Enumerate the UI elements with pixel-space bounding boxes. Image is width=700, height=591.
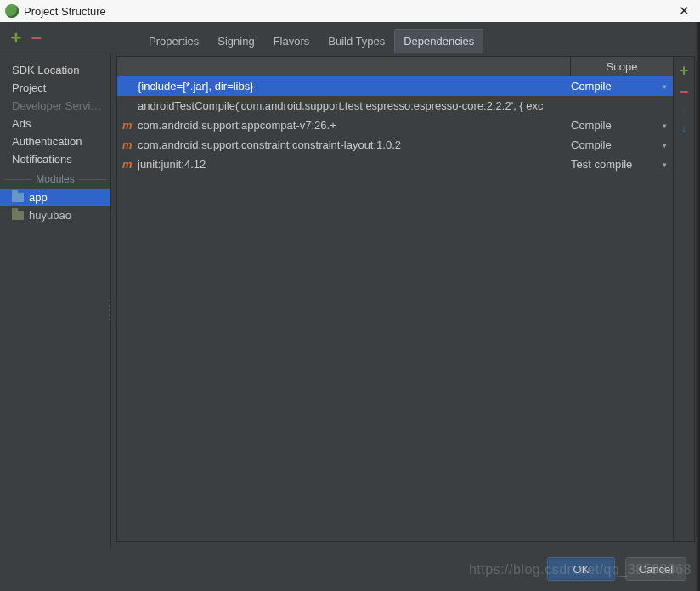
folder-icon [12, 193, 24, 202]
module-huyubao[interactable]: huyubao [0, 206, 110, 224]
sidebar-item-ads[interactable]: Ads [0, 115, 110, 132]
dependencies-panel: Scope {include=[*.jar], dir=libs}Compile… [116, 56, 695, 542]
dependency-row[interactable]: {include=[*.jar], dir=libs}Compile▾ [117, 76, 673, 96]
folder-icon [12, 211, 24, 220]
tab-signing[interactable]: Signing [208, 29, 263, 53]
tab-dependencies[interactable]: Dependencies [394, 29, 483, 53]
list-action-bar: + − ↑ ↓ [673, 57, 694, 541]
module-label: app [29, 191, 48, 204]
sidebar: SDK LocationProjectDeveloper Servi…AdsAu… [0, 53, 111, 547]
dependency-text: androidTestCompile('com.android.support.… [138, 99, 571, 112]
sidebar-item-project[interactable]: Project [0, 79, 110, 97]
titlebar: Project Structure ✕ [0, 0, 700, 22]
dependency-row[interactable]: mjunit:junit:4.12Test compile▾ [117, 155, 673, 174]
dependency-text: com.android.support:appcompat-v7:26.+ [138, 119, 571, 132]
library-icon: m [122, 138, 134, 151]
modules-header-label: Modules [36, 173, 74, 185]
ok-button[interactable]: OK [547, 557, 615, 581]
chevron-down-icon[interactable]: ▾ [663, 141, 673, 149]
top-toolbar: + − PropertiesSigningFlavorsBuild TypesD… [0, 22, 700, 53]
list-remove-button[interactable]: − [680, 83, 689, 101]
tab-properties[interactable]: Properties [139, 29, 208, 53]
chevron-down-icon[interactable]: ▾ [663, 121, 673, 130]
dependency-text: {include=[*.jar], dir=libs} [138, 80, 571, 93]
app-icon [5, 4, 19, 18]
library-icon: m [122, 158, 134, 171]
scope-cell[interactable]: Compile [571, 138, 663, 151]
scope-column-header: Scope [571, 60, 673, 73]
module-label: huyubao [29, 209, 71, 222]
sidebar-item-notifications[interactable]: Notifications [0, 150, 110, 168]
dependency-row[interactable]: mcom.android.support.constraint:constrai… [117, 135, 673, 155]
list-add-button[interactable]: + [680, 62, 689, 80]
window-title: Project Structure [24, 5, 106, 18]
scope-cell[interactable]: Test compile [571, 158, 663, 171]
dependency-text: com.android.support.constraint:constrain… [138, 138, 571, 151]
dependency-text: junit:junit:4.12 [138, 158, 571, 171]
tab-bar: PropertiesSigningFlavorsBuild TypesDepen… [139, 29, 483, 53]
scope-cell[interactable]: Compile [571, 80, 663, 93]
sidebar-item-sdk-location[interactable]: SDK Location [0, 61, 110, 79]
list-move-up-button[interactable]: ↑ [681, 104, 687, 118]
dialog-footer: OK Cancel [0, 547, 700, 591]
cancel-button[interactable]: Cancel [625, 557, 686, 581]
add-button[interactable]: + [8, 29, 24, 53]
dependency-row[interactable]: mcom.android.support:appcompat-v7:26.+Co… [117, 115, 673, 135]
dependency-row[interactable]: androidTestCompile('com.android.support.… [117, 96, 673, 115]
dependencies-list: {include=[*.jar], dir=libs}Compile▾andro… [117, 76, 673, 541]
list-move-down-button[interactable]: ↓ [681, 121, 687, 135]
library-icon: m [122, 119, 134, 132]
dependencies-header: Scope [117, 57, 673, 76]
sidebar-item-developer-servi-[interactable]: Developer Servi… [0, 97, 110, 115]
scope-cell[interactable]: Compile [571, 119, 663, 132]
sidebar-item-authentication[interactable]: Authentication [0, 132, 110, 150]
module-app[interactable]: app [0, 189, 110, 206]
chevron-down-icon[interactable]: ▾ [663, 160, 673, 169]
tab-build-types[interactable]: Build Types [319, 29, 394, 53]
tab-flavors[interactable]: Flavors [264, 29, 319, 53]
close-icon[interactable]: ✕ [674, 3, 695, 19]
chevron-down-icon[interactable]: ▾ [663, 82, 673, 91]
modules-header: Modules [0, 173, 110, 185]
remove-button[interactable]: − [29, 29, 44, 53]
